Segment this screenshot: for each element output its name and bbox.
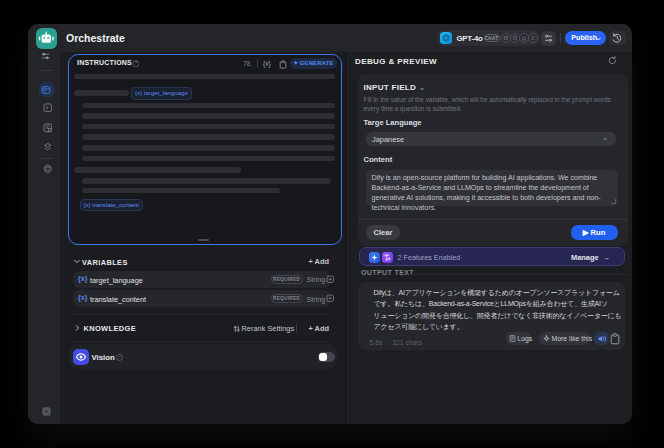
- svg-text:?: ?: [118, 355, 121, 360]
- svg-text:?: ?: [134, 61, 137, 66]
